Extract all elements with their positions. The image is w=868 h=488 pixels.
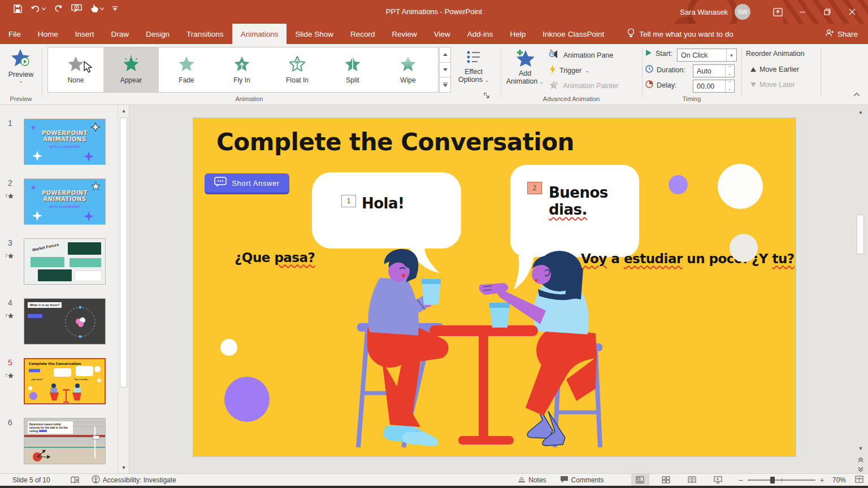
collapse-ribbon-icon[interactable]: [853, 90, 860, 98]
speech-bubble-hola[interactable]: 1 Hola!: [312, 172, 461, 249]
normal-view-button[interactable]: [631, 474, 649, 486]
duration-spin-buttons[interactable]: ⌃⌄: [725, 65, 734, 77]
comments-button[interactable]: Comments: [560, 476, 604, 485]
animation-order-badge-2-selected[interactable]: 2: [527, 182, 542, 194]
trigger-label: Trigger: [559, 67, 581, 75]
slide-counter[interactable]: Slide 5 of 10: [12, 476, 50, 484]
animation-float-in[interactable]: Float In: [270, 47, 325, 92]
animation-indicator-icon[interactable]: [6, 372, 14, 382]
zoom-in-icon[interactable]: +: [820, 476, 824, 485]
delay-spin-buttons[interactable]: ⌃⌄: [725, 80, 734, 92]
tab-record[interactable]: Record: [342, 24, 384, 44]
slide-thumbnail-6[interactable]: Determine lowest initial velocity for th…: [24, 418, 106, 464]
scrollbar-thumb[interactable]: [857, 215, 864, 254]
scroll-up-icon[interactable]: ▲: [855, 106, 866, 117]
speech-bubble-buenos-dias[interactable]: 2 Buenos dias.: [510, 165, 639, 257]
scroll-down-icon[interactable]: ▼: [855, 443, 866, 454]
tab-draw[interactable]: Draw: [103, 24, 138, 44]
slide-sorter-view-button[interactable]: [657, 474, 675, 486]
close-button[interactable]: [840, 0, 865, 24]
ribbon-display-options-icon[interactable]: [765, 0, 790, 24]
minimize-button[interactable]: [790, 0, 815, 24]
slide-number: 3: [8, 238, 12, 247]
trigger-button[interactable]: Trigger ⌄: [549, 65, 589, 76]
start-combobox[interactable]: On Click ▾: [677, 49, 737, 62]
delay-spinner[interactable]: 00.00 ⌃⌄: [693, 80, 735, 93]
scrollbar-thumb[interactable]: [120, 117, 127, 387]
user-avatar[interactable]: SW: [735, 4, 750, 20]
restore-button[interactable]: [815, 0, 840, 24]
duration-value: Auto: [693, 67, 725, 75]
question-que-pasa[interactable]: ¿Que pasa?: [235, 250, 315, 265]
short-answer-button[interactable]: Short Answer: [205, 173, 289, 193]
animation-fly-in[interactable]: Fly In: [214, 47, 270, 92]
animation-order-badge-1[interactable]: 1: [341, 195, 356, 207]
gallery-scroll-up-icon[interactable]: [439, 47, 451, 63]
tab-transitions[interactable]: Transitions: [178, 24, 232, 44]
gallery-more-icon[interactable]: [439, 77, 451, 93]
tab-file[interactable]: File: [0, 24, 29, 44]
animation-dialog-launcher-icon[interactable]: [484, 93, 490, 101]
scroll-up-icon[interactable]: ▲: [118, 105, 129, 116]
tab-slide-show[interactable]: Slide Show: [287, 24, 342, 44]
animation-pane-button[interactable]: Animation Pane: [549, 50, 613, 60]
tab-animations[interactable]: Animations: [232, 24, 287, 44]
fit-slide-to-window-icon[interactable]: [855, 476, 863, 485]
decor-star-icon: [92, 182, 100, 190]
animation-indicator-icon[interactable]: [6, 252, 14, 262]
zoom-slider[interactable]: [748, 476, 815, 484]
bubble-text-hola[interactable]: Hola!: [362, 195, 404, 212]
animation-fade[interactable]: Fade: [159, 47, 214, 92]
spellcheck-icon[interactable]: [71, 476, 79, 484]
thumbnail-scrollbar[interactable]: ▲ ▼: [118, 105, 129, 473]
move-later-label: Move Later: [760, 81, 795, 89]
preview-button[interactable]: Preview ⌄: [5, 49, 37, 83]
mouse-cursor: [84, 61, 93, 73]
next-slide-button[interactable]: [855, 463, 866, 474]
animation-indicator-icon[interactable]: [6, 192, 14, 202]
effect-options-button[interactable]: Effect Options ⌄: [455, 50, 492, 84]
slide-show-view-button[interactable]: [709, 474, 727, 486]
animation-none[interactable]: None: [48, 47, 103, 92]
slide-editor[interactable]: Complete the Conversation Short Answer 1…: [193, 118, 796, 456]
notes-button[interactable]: Notes: [518, 476, 546, 484]
tell-me-box[interactable]: Tell me what you want to do: [627, 24, 734, 44]
slide-thumbnail-1[interactable]: POWERPOINTANIMATIONS WITH CLASSPOINT: [24, 119, 106, 165]
tab-help[interactable]: Help: [502, 24, 535, 44]
duration-spinner[interactable]: Auto ⌃⌄: [693, 64, 735, 77]
slide-thumbnail-3[interactable]: Market Forces: [24, 238, 106, 285]
reading-view-button[interactable]: [683, 474, 701, 486]
animation-wipe[interactable]: Wipe: [380, 47, 436, 92]
delay-label: Delay:: [657, 81, 676, 89]
animation-indicator-icon[interactable]: [6, 312, 14, 322]
animation-painter-label: Animation Painter: [563, 82, 619, 90]
zoom-out-icon[interactable]: −: [739, 476, 743, 485]
tab-add-ins[interactable]: Add-ins: [459, 24, 502, 44]
gallery-scroll-down-icon[interactable]: [439, 63, 451, 78]
zoom-level[interactable]: 70%: [832, 476, 846, 484]
animation-appear[interactable]: Appear: [103, 47, 159, 92]
accessibility-checker[interactable]: Accessibility: Investigate: [92, 475, 176, 485]
tab-home[interactable]: Home: [29, 24, 67, 44]
tab-inknoe-classpoint[interactable]: Inknoe ClassPoint: [534, 24, 613, 44]
bubble-text-buenos-dias[interactable]: Buenos dias.: [549, 184, 639, 218]
slide-thumbnail-4[interactable]: What is in an Atom?: [24, 298, 106, 345]
tab-review[interactable]: Review: [384, 24, 426, 44]
scroll-down-icon[interactable]: ▼: [118, 462, 129, 473]
decor-star-icon: [32, 151, 42, 161]
tab-design[interactable]: Design: [137, 24, 178, 44]
tab-view[interactable]: View: [426, 24, 459, 44]
slide-thumbnail-5-selected[interactable]: Complete the Conversation ¿Que pasa? Voy…: [24, 358, 106, 404]
canvas-scrollbar[interactable]: ▲ ▼: [855, 106, 866, 472]
start-dropdown-icon[interactable]: ▾: [726, 49, 736, 61]
slide-title[interactable]: Complete the Conversation: [216, 128, 574, 156]
zoom-slider-thumb[interactable]: [770, 477, 775, 483]
share-button[interactable]: Share: [825, 24, 858, 44]
slide-thumbnail-2[interactable]: POWERPOINTANIMATIONS WITH CLASSPOINT: [24, 178, 106, 225]
ribbon-animations: Preview ⌄ Preview None Appear Fade Fly I…: [0, 44, 868, 105]
animation-split[interactable]: Split: [325, 47, 380, 92]
add-animation-button[interactable]: Add Animation ⌄: [505, 49, 545, 85]
move-earlier-button[interactable]: Move Earlier: [750, 66, 799, 73]
user-name[interactable]: Sara Wanasek: [680, 8, 728, 16]
tab-insert[interactable]: Insert: [67, 24, 103, 44]
